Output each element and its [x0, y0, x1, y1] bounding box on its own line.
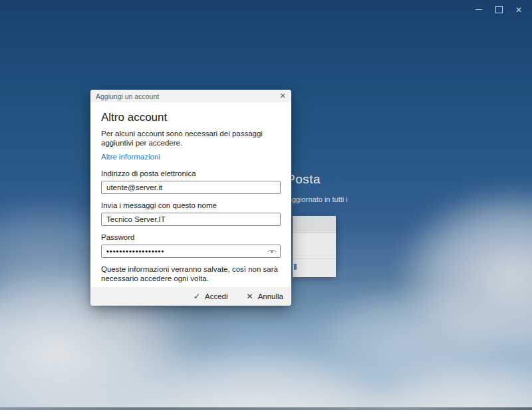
reveal-password-button[interactable]: [266, 247, 278, 256]
close-window-button[interactable]: ✕: [509, 2, 529, 17]
dialog-body: Altro account Per alcuni account sono ne…: [90, 102, 291, 283]
cancel-button[interactable]: ✕ Annulla: [247, 292, 283, 301]
window-caption-controls: ✕: [469, 2, 529, 17]
maximize-button[interactable]: [489, 2, 509, 17]
dialog-title: Aggiungi un account: [96, 92, 159, 100]
email-label: Indirizzo di posta elettronica: [101, 169, 281, 177]
cross-icon: ✕: [247, 292, 253, 301]
dialog-titlebar: Aggiungi un account ✕: [90, 90, 291, 102]
display-name-field-group: Invia i messaggi con questo nome: [101, 201, 281, 226]
signin-button-label: Accedi: [205, 292, 228, 300]
cancel-button-label: Annulla: [258, 292, 283, 300]
minimize-button[interactable]: [469, 2, 489, 17]
add-account-dialog: Aggiungi un account ✕ Altro account Per …: [90, 90, 291, 306]
save-info-note: Queste informazioni verranno salvate, co…: [101, 265, 283, 283]
display-name-label: Invia i messaggi con questo nome: [101, 201, 281, 209]
dialog-heading: Altro account: [101, 111, 281, 124]
password-field-group: Password: [101, 233, 281, 258]
email-field[interactable]: [101, 181, 281, 194]
check-icon: ✓: [194, 292, 200, 301]
minimize-icon: [475, 9, 482, 10]
email-field-group: Indirizzo di posta elettronica: [101, 169, 281, 194]
dialog-close-button[interactable]: ✕: [277, 91, 289, 102]
maximize-icon: [495, 6, 503, 13]
close-icon: ✕: [515, 6, 522, 14]
password-field[interactable]: [101, 245, 281, 258]
dialog-footer: ✓ Accedi ✕ Annulla: [90, 287, 291, 306]
dialog-description: Per alcuni account sono necessari dei pa…: [101, 130, 282, 148]
signin-button[interactable]: ✓ Accedi: [194, 292, 228, 301]
mail-app-window: Posta ggiornato in tutti i ✕ Aggiungi un…: [0, 0, 532, 410]
more-info-link[interactable]: Altre informazioni: [101, 153, 160, 161]
password-label: Password: [101, 233, 281, 241]
eye-icon: [267, 248, 277, 255]
close-icon: ✕: [279, 92, 285, 100]
display-name-field[interactable]: [101, 213, 281, 226]
